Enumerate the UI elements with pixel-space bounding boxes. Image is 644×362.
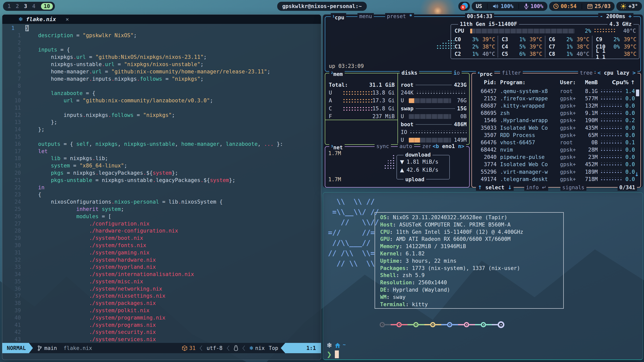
- proc-select-control[interactable]: ↑ select ↓: [476, 184, 514, 191]
- code-line[interactable]: 42 ./system/security.nix: [2, 329, 321, 336]
- code-line[interactable]: 15: [2, 133, 321, 141]
- proc-filter-button[interactable]: filter: [500, 70, 523, 76]
- proc-scrollbar[interactable]: [636, 89, 639, 96]
- code-line[interactable]: 19 system = "x86_64-linux";: [2, 162, 321, 169]
- code-line[interactable]: 2: [2, 39, 321, 47]
- workspace-4[interactable]: 4: [32, 3, 35, 9]
- hostname-text: gpskwlkr@nixos-personal:~: [282, 3, 362, 9]
- code-line[interactable]: 18 lib = nixpkgs.lib;: [2, 155, 321, 162]
- code-line[interactable]: 17 let: [2, 148, 321, 155]
- proc-row[interactable]: 2152.firefox-wrappegpsk+577M0.0: [472, 95, 640, 102]
- clock-indicator[interactable]: 00:54: [553, 3, 577, 9]
- tab-close-icon[interactable]: ×: [66, 16, 69, 22]
- code-line[interactable]: 11: [2, 104, 321, 112]
- code-line[interactable]: 41 ./system/programs.nix: [2, 322, 321, 329]
- proc-info-control[interactable]: info ↵: [524, 184, 548, 191]
- code-line[interactable]: 34 ./system/internationalisation.nix: [2, 271, 321, 278]
- mem-box-title[interactable]: 2mem: [329, 70, 345, 77]
- palette-color-dot: [464, 322, 469, 327]
- code-line[interactable]: 37 ./system/nixsettings.nix: [2, 292, 321, 300]
- proc-signals-control[interactable]: signals: [560, 184, 586, 191]
- cpu-box-title[interactable]: 1cpu: [331, 13, 346, 21]
- code-line[interactable]: 36 ./system/networking.nix: [2, 285, 321, 293]
- code-line[interactable]: 3 inputs = {: [2, 46, 321, 54]
- btop-interval-control[interactable]: - 2000ms +: [598, 13, 633, 20]
- cpu-core-row: C92%39°C: [596, 36, 636, 43]
- proc-row[interactable]: 2040pipewire-pulsegpsk+23M0.0: [472, 154, 640, 161]
- proc-box-title[interactable]: 4proc: [476, 70, 494, 77]
- code-line[interactable]: 6 home-manager.url = "github:nix-communi…: [2, 68, 321, 75]
- tab-flake-nix[interactable]: ❄ flake.nix ×: [2, 15, 74, 24]
- code-line[interactable]: 33 ./system/hyprland.nix: [2, 263, 321, 271]
- net-sync-button[interactable]: sync: [375, 143, 391, 150]
- code-line[interactable]: 8: [2, 82, 321, 90]
- code-line[interactable]: 43 ./system/services.nix: [2, 336, 321, 343]
- btop-preset-button[interactable]: preset *: [385, 13, 414, 20]
- code-line[interactable]: 23 {: [2, 191, 321, 198]
- code-line[interactable]: 24 nixosConfigurations.nixos-personal = …: [2, 198, 321, 206]
- proc-row[interactable]: 66476vhost-66457root0B0.1: [472, 139, 640, 146]
- code-line[interactable]: 21 pkgs-unstable = nixpkgs-unstable.lega…: [2, 177, 321, 184]
- proc-row[interactable]: 35033Isolated Web Cogpsk+435M0.0: [472, 124, 640, 131]
- code-line[interactable]: 29 ./system/boot.nix: [2, 235, 321, 242]
- telegram-tray-icon: 6: [460, 3, 468, 10]
- proc-scroll-down-icon[interactable]: ↓: [634, 171, 639, 177]
- proc-row[interactable]: 68442nvimgpsk+28M0.0: [472, 146, 640, 154]
- proc-row[interactable]: 49174.telegram-desktgpsk+718M0.0: [472, 175, 640, 183]
- proc-row[interactable]: 66457.qemu-system-x8root8.1G1.4: [472, 87, 640, 95]
- fetch-terminal-window: \\ \\ // =\\__\\/ // // \\//=// //= //\\…: [323, 192, 643, 360]
- code-line[interactable]: 5 nixpkgs-unstable.url = "nixpkgs/nixos-…: [2, 61, 321, 68]
- volume-indicator[interactable]: 100%: [493, 3, 513, 9]
- code-line[interactable]: 1{: [2, 25, 321, 32]
- net-box-title[interactable]: 3net: [329, 143, 345, 151]
- code-line[interactable]: 10 url = "github:nix-community/lanzaboot…: [2, 97, 321, 104]
- mic-indicator[interactable]: 100%: [524, 3, 543, 9]
- editor-lines[interactable]: 1{1 description = "gpskwlkr NixOS";23 in…: [2, 24, 321, 343]
- code-line[interactable]: 32 ./system/hardware.nix: [2, 256, 321, 264]
- code-line[interactable]: 28 ./hardware-configuration.nix: [2, 227, 321, 235]
- date-indicator[interactable]: 25/03: [587, 3, 611, 9]
- proc-row[interactable]: 1546.Hyprland-wrappgpsk+190M0.2: [472, 117, 640, 124]
- workspace-active-badge[interactable]: 10: [41, 3, 53, 10]
- workspace-3[interactable]: 3: [24, 3, 27, 9]
- net-auto-button[interactable]: auto: [398, 143, 414, 150]
- code-line[interactable]: 31 ./system/gaming.nix: [2, 249, 321, 256]
- proc-row[interactable]: 68687.kitty-wrappedgpsk+132M0.0: [472, 102, 640, 109]
- disks-box-title[interactable]: disks: [400, 70, 419, 76]
- tray-app-icon[interactable]: 6: [458, 2, 470, 11]
- code-line[interactable]: 12 inputs.nixpkgs.follows = "nixpkgs";: [2, 112, 321, 119]
- code-line[interactable]: 25 inherit system;: [2, 206, 321, 213]
- code-line[interactable]: 35 ./system/misc.nix: [2, 278, 321, 285]
- proc-sort-selector[interactable]: < cpu lazy >: [596, 70, 637, 76]
- separator-chevron-icon: [242, 345, 245, 351]
- code-line[interactable]: 20 pkgs = nixpkgs.legacyPackages.${syste…: [2, 169, 321, 177]
- proc-row[interactable]: 3507RDD Processgpsk+65M0.0: [472, 131, 640, 139]
- code-line[interactable]: 26 modules = [: [2, 213, 321, 220]
- code-line[interactable]: 9 lanzaboote = {: [2, 90, 321, 97]
- code-line[interactable]: 14 };: [2, 126, 321, 133]
- proc-row[interactable]: 55296.virt-manager-wgpsk+189M0.0: [472, 168, 640, 175]
- code-line[interactable]: 13 };: [2, 119, 321, 126]
- net-interface-selector[interactable]: <b eno1 n>: [431, 143, 466, 150]
- code-line[interactable]: 38 ./system/packages.nix: [2, 300, 321, 307]
- code-line[interactable]: 1 description = "gpskwlkr NixOS";: [2, 32, 321, 39]
- code-line[interactable]: 30 ./system/fonts.nix: [2, 242, 321, 249]
- code-line[interactable]: 39 ./system/polkit.nix: [2, 307, 321, 314]
- workspace-1[interactable]: 1: [8, 3, 11, 9]
- disks-io-toggle[interactable]: io: [452, 70, 462, 76]
- keyboard-layout[interactable]: US: [476, 3, 482, 9]
- workspace-2[interactable]: 2: [16, 3, 19, 9]
- code-line[interactable]: 27 ./configuration.nix: [2, 220, 321, 228]
- shell-prompt-input[interactable]: ❯: [327, 350, 339, 358]
- proc-tree-button[interactable]: tree: [578, 70, 594, 76]
- proc-row[interactable]: 3774Isolated Web Cogpsk+452M0.0: [472, 161, 640, 168]
- code-line[interactable]: 4 nixpkgs.url = "github:NixOS/nixpkgs/ni…: [2, 54, 321, 61]
- btop-menu-button[interactable]: menu: [357, 13, 374, 20]
- weather-pill[interactable]: +3°: [616, 2, 642, 11]
- proc-row[interactable]: 68695zshgpsk+9.1M0.0: [472, 110, 640, 117]
- code-line[interactable]: 40 ./system/programming.nix: [2, 314, 321, 322]
- workspace-switcher[interactable]: 123410: [3, 2, 55, 11]
- code-line[interactable]: 7 home-manager.inputs.nixpkgs.follows = …: [2, 75, 321, 83]
- code-line[interactable]: 16 outputs = { self, nixpkgs, nixpkgs-un…: [2, 141, 321, 148]
- code-line[interactable]: 22 in: [2, 184, 321, 191]
